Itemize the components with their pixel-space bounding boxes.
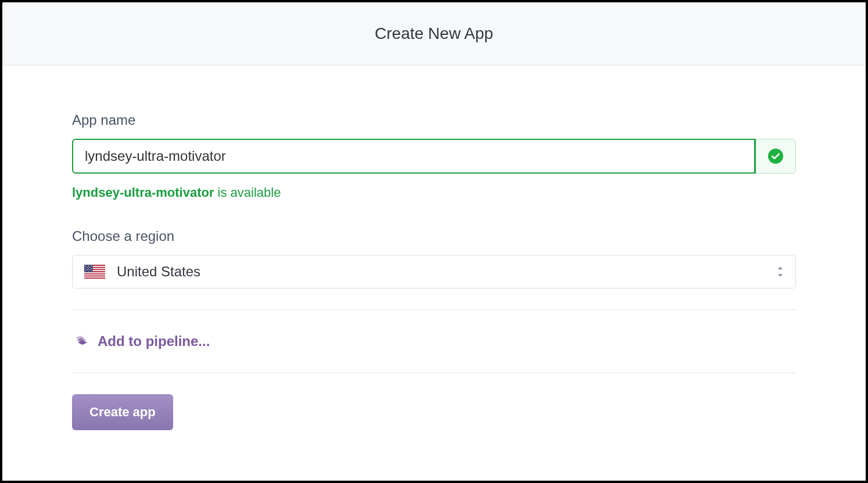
- validation-indicator: [755, 139, 796, 174]
- region-selected-text: United States: [117, 264, 765, 280]
- svg-point-10: [91, 265, 92, 266]
- modal-content: App name lyndsey-ultra-motivator is avai…: [2, 66, 866, 430]
- availability-message: lyndsey-ultra-motivator is available: [72, 185, 796, 200]
- app-name-row: [72, 139, 796, 174]
- svg-rect-4: [84, 272, 105, 273]
- svg-point-15: [91, 268, 92, 269]
- svg-point-8: [85, 265, 87, 266]
- pipeline-icon: [72, 333, 88, 349]
- region-select[interactable]: United States: [72, 255, 796, 289]
- svg-point-17: [89, 269, 91, 271]
- svg-rect-5: [84, 275, 105, 276]
- svg-point-11: [87, 267, 88, 268]
- svg-point-16: [87, 269, 88, 271]
- svg-point-13: [85, 268, 87, 269]
- modal-header: Create New App: [2, 2, 866, 66]
- svg-point-20: [91, 271, 92, 272]
- check-circle-icon: [768, 149, 783, 164]
- app-name-label: App name: [72, 112, 796, 128]
- svg-point-19: [88, 271, 89, 272]
- availability-status: is available: [214, 185, 281, 200]
- svg-point-18: [85, 271, 87, 272]
- svg-point-9: [88, 265, 89, 266]
- app-name-input[interactable]: [72, 139, 755, 174]
- region-label: Choose a region: [72, 228, 796, 244]
- pipeline-text: Add to pipeline...: [98, 333, 210, 349]
- modal-title: Create New App: [2, 24, 866, 43]
- us-flag-icon: [84, 265, 105, 279]
- svg-point-12: [89, 267, 91, 268]
- divider-2: [72, 373, 796, 373]
- svg-rect-6: [84, 276, 105, 277]
- create-app-button[interactable]: Create app: [72, 394, 173, 430]
- chevron-sort-icon: [777, 266, 784, 277]
- svg-point-14: [88, 268, 89, 269]
- availability-name: lyndsey-ultra-motivator: [72, 185, 214, 200]
- add-to-pipeline-button[interactable]: Add to pipeline...: [72, 310, 796, 373]
